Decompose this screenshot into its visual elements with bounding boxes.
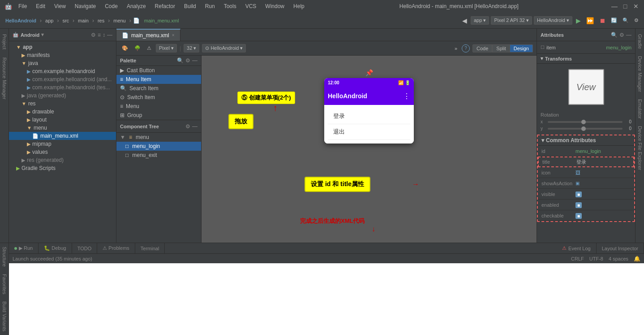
debug-run-button[interactable]: ⏩ [584,16,596,25]
attr-search-button[interactable]: 🔍 [611,32,618,38]
menu-view[interactable]: View [52,2,69,10]
comp-tree-menu-login-item[interactable]: □ menu_login [116,142,201,151]
palette-settings-button[interactable]: ⚙ [185,57,190,64]
minimize-button[interactable]: — [611,3,618,10]
enabled-value[interactable]: ■ [574,202,634,208]
comp-tree-menu-exit-item[interactable]: □ menu_exit [116,151,201,160]
tree-item-java[interactable]: ▼ java [9,59,116,67]
helloandroid-app-btn[interactable]: ⊙ HelloAndroid ▾ [202,44,246,52]
comp-tree-settings-button[interactable]: ⚙ [185,123,190,130]
palette-item-group[interactable]: ⊞ Group [116,111,201,120]
sidebar-item-device-manager[interactable]: Device Manager [636,52,644,96]
encoding-indicator[interactable]: UTF-8 [589,256,603,261]
extra-options-button[interactable]: » [453,45,459,52]
tab-close-button[interactable]: × [172,33,175,38]
palette-item-cast-button[interactable]: ▶ Cast Button [116,66,201,75]
icon-attr-value[interactable]: 🖼 [574,170,634,175]
run-button[interactable]: ▶ [574,16,583,25]
menu-file[interactable]: File [16,2,30,10]
palette-item-menu[interactable]: ≡ Menu [116,102,201,111]
palette-item-switch-item[interactable]: ⊙ Switch Item [116,93,201,102]
tree-item-app[interactable]: ▼ app [9,43,116,51]
phone-more-icon[interactable]: ⋮ [403,92,410,100]
menu-run[interactable]: Run [202,2,218,10]
settings-toolbar-button[interactable]: ⚙ [632,17,640,24]
tree-item-package3[interactable]: ▶ com.example.helloandroid (tes... [9,83,116,91]
device-dropdown[interactable]: Pixel 2 API 32 ▾ [491,16,532,25]
common-attrs-header[interactable]: ▾ Common Attributes [538,135,634,146]
title-attr-value[interactable]: 登录 [575,159,633,165]
sidebar-item-favorites[interactable]: Favorites [1,270,8,298]
indent-indicator[interactable]: 4 spaces [609,256,628,261]
breadcrumb-main[interactable]: main [76,17,90,24]
event-log-tab[interactable]: ⚠ Event Log [557,243,597,253]
menu-vcs[interactable]: VCS [243,2,259,10]
menu-analyze[interactable]: Analyze [124,2,149,10]
warnings-button[interactable]: ⚠ [145,44,153,52]
comp-tree-collapse-button[interactable]: — [192,123,197,130]
menu-code[interactable]: Code [102,2,120,10]
terminal-tab[interactable]: Terminal [135,243,165,253]
pixel-btn[interactable]: Pixel ▾ [156,44,177,52]
layout-inspector-tab[interactable]: Layout Inspector [597,243,644,253]
tree-item-java-generated[interactable]: ▶ java (generated) [9,91,116,100]
helloadroid-dropdown[interactable]: HelloAndroid ▾ [534,16,572,25]
sidebar-item-emulator[interactable]: Emulator [636,96,644,122]
search-everywhere-button[interactable]: 🔍 [621,17,631,24]
design-view-button[interactable]: Design [510,44,533,52]
breadcrumb-app[interactable]: app [43,17,55,24]
palette-item-search-item[interactable]: 🔍 Search Item [116,84,201,93]
sync-button[interactable]: 🔄 [609,17,619,24]
sidebar-item-build-variants[interactable]: Build Variants [1,298,8,335]
tree-item-values[interactable]: ▶ values [9,148,116,156]
collapse-icon[interactable]: — [107,32,112,38]
sidebar-item-gradle[interactable]: Gradle [636,30,644,52]
menu-build[interactable]: Build [181,2,199,10]
attr-close-button[interactable]: — [626,32,631,38]
menu-window[interactable]: Window [262,2,287,10]
tree-item-mipmap[interactable]: ▶ mipmap [9,140,116,148]
back-button[interactable]: ◀ [460,16,469,25]
menu-help[interactable]: Help [291,2,307,10]
rotation-y-slider[interactable] [548,128,623,130]
app-dropdown[interactable]: app ▾ [471,16,489,25]
tree-item-package2[interactable]: ▶ com.example.helloandroid (and... [9,75,116,83]
phone-menu-item-exit[interactable]: 退出 [328,124,410,140]
show-as-action-value[interactable]: ▣ [574,181,634,186]
breadcrumb-res[interactable]: res [96,17,106,24]
debug-tab[interactable]: 🐛 Debug [39,243,72,253]
breadcrumb-file[interactable]: main_menu.xml [142,17,181,24]
split-view-button[interactable]: Split [492,44,510,52]
tree-item-manifests[interactable]: ▶ manifests [9,51,116,59]
code-view-button[interactable]: Code [472,44,492,52]
attr-settings-button[interactable]: ⚙ [619,32,624,38]
tree-item-package1[interactable]: ▶ com.example.helloandroid [9,67,116,75]
stop-button[interactable]: ⏹ [597,16,607,25]
menu-navigate[interactable]: Navigate [72,2,99,10]
palette-close-button[interactable]: — [192,57,197,64]
menu-tools[interactable]: Tools [221,2,239,10]
component-tree-toggle-button[interactable]: 🌳 [133,44,142,52]
tree-item-drawable[interactable]: ▶ drawable [9,108,116,116]
crlf-indicator[interactable]: CRLF [571,256,584,261]
zoom-btn[interactable]: 32 ▾ [184,44,199,52]
editor-tab-main-menu[interactable]: 📄 main_menu.xml × [116,29,180,41]
breadcrumb-src[interactable]: src [60,17,71,24]
help-circle-button[interactable]: ? [462,44,470,52]
rotation-x-slider[interactable] [548,121,623,123]
tree-item-gradle-scripts[interactable]: ▶ Gradle Scripts [9,164,116,172]
tree-item-menu[interactable]: ▼ menu [9,124,116,132]
checkable-value[interactable]: ■ [574,213,634,219]
palette-search-button[interactable]: 🔍 [177,57,184,64]
id-attr-value[interactable]: menu_login [574,148,634,154]
comp-tree-menu-item[interactable]: ▼ ≡ menu [116,133,201,142]
close-button[interactable]: ✕ [632,3,640,10]
menu-edit[interactable]: Edit [33,2,48,10]
visible-value[interactable]: ■ [574,191,634,197]
phone-menu-item-login[interactable]: 登录 [328,109,410,124]
sort-icon[interactable]: ↕ [103,32,105,38]
sidebar-item-device-file-explorer[interactable]: Device File Explorer [636,122,644,174]
palette-toggle-button[interactable]: 🎨 [120,44,130,52]
palette-item-menu-item[interactable]: ≡ Menu Item [116,75,201,84]
project-dropdown[interactable]: Android [21,32,39,38]
